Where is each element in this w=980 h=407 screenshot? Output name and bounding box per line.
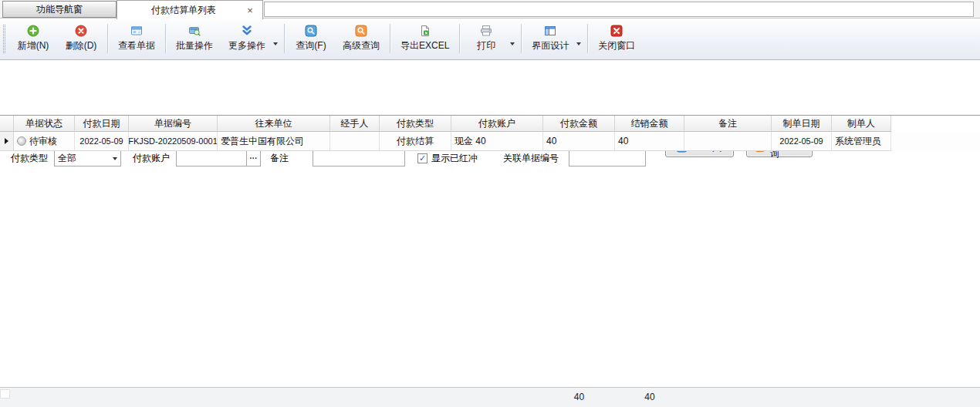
- add-button[interactable]: 新增(N): [9, 20, 57, 57]
- view-doc-button[interactable]: 查看单据: [110, 20, 163, 57]
- status-badge: 待审核: [29, 132, 57, 150]
- remark-input[interactable]: [313, 151, 404, 166]
- column-header-doc_no[interactable]: 单据编号: [129, 116, 218, 132]
- double-chevron-down-icon: [241, 25, 253, 37]
- delete-button[interactable]: 删除(D): [57, 20, 105, 57]
- search-icon: [305, 25, 317, 37]
- payment-settlement-list-window: 功能导航窗 付款结算单列表 × 新增(N) 删除(D) 查看单据: [0, 0, 980, 407]
- related-doc-input[interactable]: [569, 151, 645, 166]
- account-label: 付款账户: [133, 150, 170, 166]
- advanced-search-label: 高级查询: [343, 39, 380, 52]
- batch-operations-button[interactable]: 批量操作: [168, 20, 221, 57]
- export-excel-button[interactable]: 导出EXCEL: [393, 20, 457, 57]
- show-reversed-label: 显示已红冲: [431, 150, 478, 166]
- ui-design-dropdown[interactable]: [576, 20, 585, 57]
- row-indicator-header: [0, 116, 14, 132]
- cell-settle_amount: 40: [615, 132, 684, 151]
- cell-remark: [684, 132, 772, 151]
- remark-label: 备注: [270, 150, 289, 166]
- tab-function-navigation[interactable]: 功能导航窗: [2, 1, 117, 18]
- window-layout-icon: [544, 25, 556, 37]
- table-row[interactable]: 待审核2022-05-09FKJSD-20220509-0001爱普生中国有限公…: [0, 132, 980, 151]
- column-header-creator[interactable]: 制单人: [832, 116, 891, 132]
- pay-type-label: 付款类型: [11, 150, 48, 166]
- print-button[interactable]: 打印: [462, 20, 510, 57]
- related-doc-label: 关联单据编号: [503, 150, 559, 166]
- printer-icon: [480, 25, 492, 37]
- batch-operations-icon: [188, 25, 201, 37]
- dropdown-caret-icon: [510, 42, 515, 45]
- advanced-search-icon: [355, 25, 367, 37]
- more-operations-dropdown[interactable]: [273, 20, 282, 57]
- toolbar-separator: [390, 24, 390, 53]
- toolbar-separator: [587, 24, 588, 53]
- ui-design-button[interactable]: 界面设计: [524, 20, 576, 57]
- close-window-label: 关闭窗口: [598, 39, 635, 52]
- tab-close-icon[interactable]: ×: [244, 4, 256, 16]
- cell-agent: [330, 132, 380, 151]
- batch-operations-label: 批量操作: [176, 39, 213, 52]
- account-input[interactable]: [177, 151, 246, 166]
- chevron-down-icon: [113, 157, 117, 160]
- account-lookup-button[interactable]: ···: [246, 151, 260, 166]
- toolbar-grip-handle[interactable]: [3, 25, 5, 53]
- filter-panel: 付款日期 最近7天 2022/5/2 2022/5/9 往来单位 ··· 经手人…: [0, 60, 980, 115]
- remark-field-wrap: [313, 150, 405, 166]
- column-header-pay_amount[interactable]: 付款金额: [543, 116, 615, 132]
- search-label: 查询(F): [296, 39, 326, 52]
- column-header-remark[interactable]: 备注: [684, 116, 772, 132]
- summary-corner-cell: [0, 389, 10, 399]
- add-label: 新增(N): [18, 39, 49, 52]
- ui-design-label: 界面设计: [532, 39, 569, 52]
- toolbar-separator: [165, 24, 166, 53]
- related-doc-field-wrap: [569, 150, 646, 166]
- column-header-settle_amount[interactable]: 结销金额: [615, 116, 684, 132]
- view-doc-label: 查看单据: [118, 39, 155, 52]
- column-header-create_date[interactable]: 制单日期: [772, 116, 832, 132]
- cell-pay_date: 2022-05-09: [75, 132, 129, 151]
- column-header-status[interactable]: 单据状态: [14, 116, 75, 132]
- more-operations-button[interactable]: 更多操作: [221, 20, 273, 57]
- tab-strip-empty-area: [264, 2, 974, 17]
- advanced-search-button[interactable]: 高级查询: [335, 20, 387, 57]
- toolbar-separator: [459, 24, 460, 53]
- print-dropdown[interactable]: [510, 20, 519, 57]
- document-grid: 单据状态付款日期单据编号往来单位经手人付款类型付款账户付款金额结销金额备注制单日…: [0, 115, 980, 151]
- add-icon: [27, 25, 39, 37]
- toolbar-separator: [107, 24, 108, 53]
- column-header-agent[interactable]: 经手人: [330, 116, 380, 132]
- delete-label: 删除(D): [66, 39, 97, 52]
- account-field-wrap: ···: [176, 150, 261, 166]
- toolbar-separator: [521, 24, 522, 53]
- print-label: 打印: [477, 39, 495, 52]
- close-window-icon: [610, 25, 623, 37]
- cell-pay_type: 付款结算: [380, 132, 451, 151]
- column-header-partner[interactable]: 往来单位: [218, 116, 330, 132]
- summary-settle-amount: 40: [615, 388, 684, 407]
- grid-header-row: 单据状态付款日期单据编号往来单位经手人付款类型付款账户付款金额结销金额备注制单日…: [0, 116, 980, 132]
- tab-bar: 功能导航窗 付款结算单列表 ×: [0, 0, 980, 18]
- cell-partner: 爱普生中国有限公司: [218, 132, 330, 151]
- toolbar-separator: [284, 24, 285, 53]
- cell-doc_no: FKJSD-20220509-0001: [129, 132, 218, 151]
- column-header-pay_type[interactable]: 付款类型: [380, 116, 451, 132]
- summary-pay-amount: 40: [543, 388, 615, 407]
- column-header-account[interactable]: 付款账户: [451, 116, 543, 132]
- cell-pay_amount: 40: [543, 132, 615, 151]
- show-reversed-checkbox[interactable]: [417, 153, 427, 163]
- close-window-button[interactable]: 关闭窗口: [590, 20, 643, 57]
- row-indicator-cell: [0, 132, 14, 151]
- export-excel-label: 导出EXCEL: [400, 39, 449, 52]
- tab-payment-settlement-list[interactable]: 付款结算单列表 ×: [117, 0, 263, 19]
- toolbar: 新增(N) 删除(D) 查看单据 批量操作 更多操作: [0, 18, 980, 60]
- cell-status: 待审核: [14, 132, 75, 151]
- cell-account: 现金 40: [451, 132, 543, 151]
- grid-body: 待审核2022-05-09FKJSD-20220509-0001爱普生中国有限公…: [0, 132, 980, 151]
- column-header-pay_date[interactable]: 付款日期: [75, 116, 129, 132]
- search-button[interactable]: 查询(F): [287, 20, 335, 57]
- dropdown-caret-icon: [576, 42, 581, 45]
- document-view-icon: [130, 25, 143, 37]
- dropdown-caret-icon: [273, 42, 278, 45]
- pay-type-select[interactable]: 全部: [54, 150, 121, 166]
- more-operations-label: 更多操作: [228, 39, 265, 52]
